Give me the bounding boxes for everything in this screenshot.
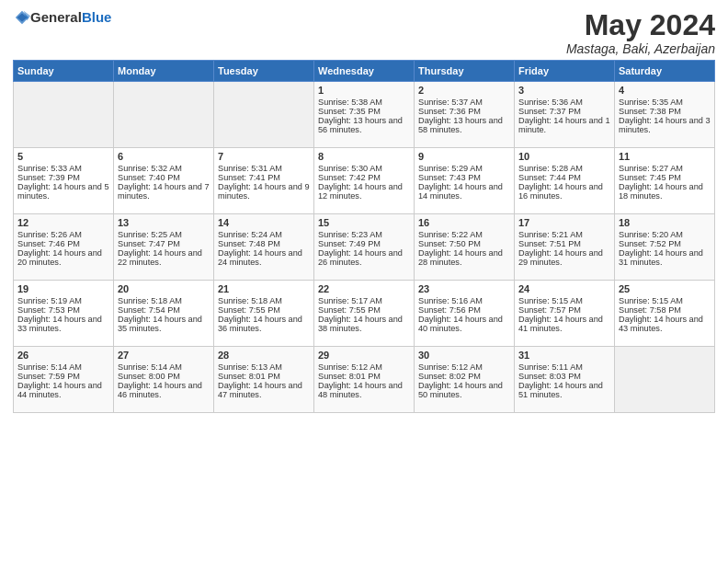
day-number: 5	[17, 151, 109, 162]
sunset-text: Sunset: 7:55 PM	[218, 305, 280, 315]
day-cell: 26 Sunrise: 5:14 AM Sunset: 7:59 PM Dayl…	[14, 347, 114, 413]
sunrise-text: Sunrise: 5:30 AM	[318, 164, 382, 173]
sunrise-text: Sunrise: 5:26 AM	[17, 230, 82, 239]
day-number: 27	[118, 350, 210, 361]
week-row-1: 5 Sunrise: 5:33 AM Sunset: 7:39 PM Dayli…	[14, 148, 715, 214]
sunset-text: Sunset: 7:41 PM	[218, 173, 280, 182]
day-cell: 9 Sunrise: 5:29 AM Sunset: 7:43 PM Dayli…	[415, 148, 515, 214]
day-cell	[214, 82, 314, 148]
sunrise-text: Sunrise: 5:12 AM	[418, 362, 483, 372]
day-cell: 17 Sunrise: 5:21 AM Sunset: 7:51 PM Dayl…	[515, 214, 615, 281]
sunrise-text: Sunrise: 5:31 AM	[218, 164, 282, 173]
sunrise-text: Sunrise: 5:38 AM	[318, 98, 382, 107]
daylight-text: Daylight: 14 hours and 20 minutes.	[17, 248, 102, 267]
sunrise-text: Sunrise: 5:21 AM	[518, 230, 583, 239]
daylight-text: Daylight: 14 hours and 1 minute.	[518, 116, 610, 134]
sunrise-text: Sunrise: 5:18 AM	[118, 296, 182, 305]
sunrise-text: Sunrise: 5:15 AM	[518, 296, 583, 305]
day-cell: 8 Sunrise: 5:30 AM Sunset: 7:42 PM Dayli…	[314, 148, 415, 214]
week-row-3: 19 Sunrise: 5:19 AM Sunset: 7:53 PM Dayl…	[14, 281, 715, 347]
day-cell: 31 Sunrise: 5:11 AM Sunset: 8:03 PM Dayl…	[515, 347, 615, 413]
header-row: Sunday Monday Tuesday Wednesday Thursday…	[14, 61, 715, 82]
day-cell: 12 Sunrise: 5:26 AM Sunset: 7:46 PM Dayl…	[14, 214, 114, 281]
day-cell: 19 Sunrise: 5:19 AM Sunset: 7:53 PM Dayl…	[14, 281, 114, 347]
day-number: 6	[118, 151, 210, 162]
day-cell: 29 Sunrise: 5:12 AM Sunset: 8:01 PM Dayl…	[314, 347, 415, 413]
day-number: 21	[218, 283, 310, 294]
sunset-text: Sunset: 7:57 PM	[518, 305, 581, 315]
day-number: 20	[118, 283, 210, 294]
daylight-text: Daylight: 14 hours and 28 minutes.	[418, 248, 503, 267]
col-monday: Monday	[114, 61, 214, 82]
sunset-text: Sunset: 7:50 PM	[418, 239, 481, 248]
day-cell: 30 Sunrise: 5:12 AM Sunset: 8:02 PM Dayl…	[415, 347, 515, 413]
daylight-text: Daylight: 14 hours and 22 minutes.	[118, 248, 202, 267]
sunrise-text: Sunrise: 5:32 AM	[118, 164, 182, 173]
daylight-text: Daylight: 14 hours and 48 minutes.	[318, 381, 403, 399]
sunset-text: Sunset: 7:52 PM	[619, 239, 681, 248]
daylight-text: Daylight: 14 hours and 14 minutes.	[418, 182, 503, 201]
daylight-text: Daylight: 14 hours and 12 minutes.	[318, 182, 403, 201]
day-cell: 7 Sunrise: 5:31 AM Sunset: 7:41 PM Dayli…	[214, 148, 314, 214]
day-number: 17	[518, 217, 610, 228]
daylight-text: Daylight: 14 hours and 3 minutes.	[619, 116, 711, 134]
sunset-text: Sunset: 7:35 PM	[318, 107, 381, 116]
day-number: 8	[318, 151, 410, 162]
sunrise-text: Sunrise: 5:28 AM	[518, 164, 583, 173]
day-cell: 10 Sunrise: 5:28 AM Sunset: 7:44 PM Dayl…	[515, 148, 615, 214]
day-cell: 21 Sunrise: 5:18 AM Sunset: 7:55 PM Dayl…	[214, 281, 314, 347]
logo-general: GeneralBlue	[30, 9, 111, 26]
day-cell	[114, 82, 214, 148]
day-number: 2	[418, 85, 510, 96]
day-cell: 4 Sunrise: 5:35 AM Sunset: 7:38 PM Dayli…	[615, 82, 715, 148]
sunset-text: Sunset: 7:43 PM	[418, 173, 481, 182]
col-tuesday: Tuesday	[214, 61, 314, 82]
sunrise-text: Sunrise: 5:18 AM	[218, 296, 282, 305]
daylight-text: Daylight: 14 hours and 51 minutes.	[518, 381, 603, 399]
calendar-table: Sunday Monday Tuesday Wednesday Thursday…	[13, 60, 715, 413]
sunset-text: Sunset: 8:01 PM	[218, 372, 280, 381]
location-title: Mastaga, Baki, Azerbaijan	[566, 41, 715, 56]
daylight-text: Daylight: 14 hours and 46 minutes.	[118, 381, 202, 399]
sunset-text: Sunset: 7:56 PM	[418, 305, 481, 315]
week-row-2: 12 Sunrise: 5:26 AM Sunset: 7:46 PM Dayl…	[14, 214, 715, 281]
day-cell: 14 Sunrise: 5:24 AM Sunset: 7:48 PM Dayl…	[214, 214, 314, 281]
daylight-text: Daylight: 14 hours and 47 minutes.	[218, 381, 302, 399]
day-cell: 28 Sunrise: 5:13 AM Sunset: 8:01 PM Dayl…	[214, 347, 314, 413]
sunset-text: Sunset: 7:39 PM	[17, 173, 80, 182]
day-number: 12	[17, 217, 109, 228]
daylight-text: Daylight: 14 hours and 35 minutes.	[118, 315, 202, 333]
sunrise-text: Sunrise: 5:27 AM	[619, 164, 683, 173]
daylight-text: Daylight: 13 hours and 58 minutes.	[418, 116, 503, 134]
sunrise-text: Sunrise: 5:37 AM	[418, 98, 483, 107]
col-friday: Friday	[515, 61, 615, 82]
sunset-text: Sunset: 7:42 PM	[318, 173, 381, 182]
sunrise-text: Sunrise: 5:23 AM	[318, 230, 382, 239]
day-number: 13	[118, 217, 210, 228]
day-number: 24	[518, 283, 610, 294]
daylight-text: Daylight: 14 hours and 18 minutes.	[619, 182, 703, 201]
sunset-text: Sunset: 8:01 PM	[318, 372, 381, 381]
week-row-0: 1 Sunrise: 5:38 AM Sunset: 7:35 PM Dayli…	[14, 82, 715, 148]
sunset-text: Sunset: 7:40 PM	[118, 173, 180, 182]
sunrise-text: Sunrise: 5:15 AM	[619, 296, 683, 305]
week-row-4: 26 Sunrise: 5:14 AM Sunset: 7:59 PM Dayl…	[14, 347, 715, 413]
daylight-text: Daylight: 14 hours and 44 minutes.	[17, 381, 102, 399]
sunset-text: Sunset: 7:54 PM	[118, 305, 180, 315]
daylight-text: Daylight: 14 hours and 5 minutes.	[17, 182, 109, 201]
day-number: 23	[418, 283, 510, 294]
sunset-text: Sunset: 7:48 PM	[218, 239, 280, 248]
sunrise-text: Sunrise: 5:22 AM	[418, 230, 483, 239]
sunset-text: Sunset: 7:47 PM	[118, 239, 180, 248]
day-cell: 25 Sunrise: 5:15 AM Sunset: 7:58 PM Dayl…	[615, 281, 715, 347]
day-cell: 1 Sunrise: 5:38 AM Sunset: 7:35 PM Dayli…	[314, 82, 415, 148]
daylight-text: Daylight: 13 hours and 56 minutes.	[318, 116, 403, 134]
sunrise-text: Sunrise: 5:11 AM	[518, 362, 583, 372]
day-cell	[14, 82, 114, 148]
day-number: 22	[318, 283, 410, 294]
day-number: 4	[619, 85, 711, 96]
sunrise-text: Sunrise: 5:29 AM	[418, 164, 483, 173]
sunrise-text: Sunrise: 5:12 AM	[318, 362, 382, 372]
day-cell: 23 Sunrise: 5:16 AM Sunset: 7:56 PM Dayl…	[415, 281, 515, 347]
page-container: GeneralBlue May 2024 Mastaga, Baki, Azer…	[0, 0, 728, 422]
